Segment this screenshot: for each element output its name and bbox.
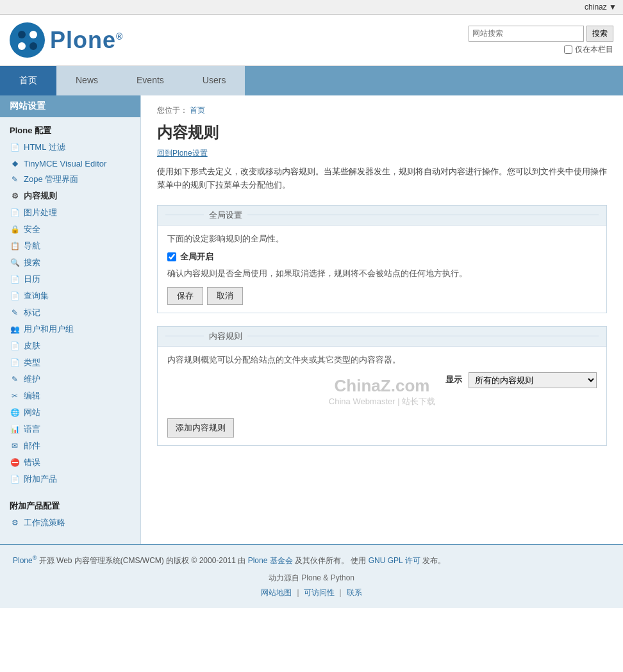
search-input[interactable]: [469, 26, 584, 42]
footer-copyright: Plone® 开源 Web 内容管理系统(CMS/WCM) 的版权 © 2000…: [13, 555, 610, 566]
logo-reg: ®: [116, 31, 123, 42]
workflow-icon: ⚙: [10, 518, 20, 528]
search-area: 搜索 仅在本栏目: [469, 26, 613, 55]
footer-plone-link[interactable]: Plone®: [13, 556, 39, 565]
footer-sep2: ｜: [336, 588, 346, 597]
sidebar-item-users[interactable]: 👥 用户和用户组: [0, 321, 140, 338]
powered-by: 动力源自 Plone & Python: [13, 573, 610, 584]
sidebar-item-search[interactable]: 🔍 搜索: [0, 254, 140, 271]
sidebar-item-label: 工作流策略: [24, 517, 65, 529]
sidebar-item-label: 图片处理: [24, 207, 57, 218]
sidebar-item-label: 编辑: [24, 390, 40, 402]
display-label: 显示: [445, 374, 462, 386]
dot4: [29, 42, 37, 50]
nav-item-users[interactable]: Users: [183, 66, 245, 95]
user-menu[interactable]: chinaz ▼: [585, 3, 617, 12]
nav-item-home[interactable]: 首页: [0, 66, 56, 95]
sidebar-item-calendar[interactable]: 📄 日历: [0, 271, 140, 288]
sidebar-item-label: Zope 管理界面: [24, 174, 78, 185]
sidebar-item-language[interactable]: 📊 语言: [0, 421, 140, 438]
footer-gnu-link[interactable]: GNU GPL 许可: [369, 556, 420, 565]
display-select[interactable]: 所有的内容规则: [469, 372, 597, 388]
footer: Plone® 开源 Web 内容管理系统(CMS/WCM) 的版权 © 2000…: [0, 544, 623, 608]
nav-item-events[interactable]: Events: [117, 66, 183, 95]
sidebar-item-website[interactable]: 🌐 网站: [0, 404, 140, 421]
content-rules-content: 内容规则概览可以分配给站点的文件夹或其它类型的内容容器。 ChinaZ.com …: [158, 347, 606, 445]
plone-logo-icon: [10, 22, 45, 58]
content-area: 您位于： 首页 内容规则 回到Plone设置 使用如下形式去定义，改变或移动内容…: [141, 95, 623, 544]
sidebar-item-security[interactable]: 🔒 安全: [0, 221, 140, 238]
sidebar-item-addons[interactable]: 📄 附加产品: [0, 471, 140, 488]
navigation: 首页 News Events Users: [0, 66, 623, 95]
sidebar-item-maintenance[interactable]: ✎ 维护: [0, 371, 140, 388]
search-only-here-checkbox[interactable]: [564, 45, 572, 54]
add-content-rule-btn[interactable]: 添加内容规则: [167, 418, 234, 438]
tags-icon: ✎: [10, 307, 20, 318]
image-icon: 📄: [10, 208, 20, 218]
sidebar-item-zope[interactable]: ✎ Zope 管理界面: [0, 171, 140, 188]
sidebar-item-workflow[interactable]: ⚙ 工作流策略: [0, 514, 140, 531]
nav-item-news[interactable]: News: [56, 66, 117, 95]
navigation-icon: 📋: [10, 241, 20, 251]
sidebar-item-label: 内容规则: [24, 190, 57, 202]
global-settings-title: 全局设置: [209, 209, 242, 221]
dot3: [18, 42, 26, 50]
sidebar-item-content-rules[interactable]: ⚙ 内容规则: [0, 188, 140, 204]
footer-bottom: 动力源自 Plone & Python 网站地图 ｜ 可访问性 ｜ 联系: [13, 573, 610, 598]
sidebar-item-label: 类型: [24, 357, 40, 368]
sidebar-item-label: 查询集: [24, 290, 49, 302]
global-settings-section: 全局设置 下面的设定影响规则的全局性。 全局开启 确认内容规则是否全局使用，如果…: [157, 205, 607, 313]
sidebar-title: 网站设置: [0, 95, 140, 117]
content-rules-header: 内容规则: [158, 327, 606, 347]
types-icon: 📄: [10, 357, 20, 368]
sidebar-item-label: 标记: [24, 307, 40, 318]
footer-foundation-link[interactable]: Plone 基金会: [248, 556, 293, 565]
logo-dots: [12, 24, 44, 56]
edit-icon: ✂: [10, 391, 20, 401]
sidebar-item-types[interactable]: 📄 类型: [0, 354, 140, 371]
back-to-plone-settings-link[interactable]: 回到Plone设置: [157, 148, 607, 159]
users-icon: 👥: [10, 324, 20, 334]
footer-plone-text: Plone: [13, 556, 33, 565]
mail-icon: ✉: [10, 441, 20, 451]
sidebar-item-image-processing[interactable]: 📄 图片处理: [0, 204, 140, 221]
calendar-icon: 📄: [10, 274, 20, 284]
dot1: [18, 31, 26, 38]
sidebar-item-mail[interactable]: ✉ 邮件: [0, 438, 140, 454]
sidebar-item-label: TinyMCE Visual Editor: [24, 159, 106, 168]
sidebar-item-query-set[interactable]: 📄 查询集: [0, 288, 140, 304]
sidebar-item-label: 搜索: [24, 257, 40, 268]
sidebar-item-error[interactable]: ⛔ 错误: [0, 454, 140, 471]
content-rules-title: 内容规则: [209, 331, 242, 342]
breadcrumb-home[interactable]: 首页: [190, 106, 205, 115]
watermark-container: ChinaZ.com China Webmaster | 站长下载 显示 所有的…: [167, 372, 597, 411]
dropdown-icon: ▼: [609, 3, 617, 12]
sidebar-item-label: 日历: [24, 274, 40, 285]
footer-sep1: ｜: [294, 588, 304, 597]
footer-contact-link: 联系: [347, 588, 362, 597]
cancel-button[interactable]: 取消: [207, 287, 243, 305]
contact-link[interactable]: 联系: [347, 588, 362, 597]
sidebar-item-skin[interactable]: 📄 皮肤: [0, 338, 140, 354]
sidebar-item-html-filter[interactable]: 📄 HTML 过滤: [0, 139, 140, 156]
security-icon: 🔒: [10, 224, 20, 234]
sidebar-section-plone: Plone 配置: [0, 117, 140, 139]
sidebar-item-edit[interactable]: ✂ 编辑: [0, 388, 140, 404]
sidebar-item-label: 用户和用户组: [24, 324, 74, 335]
sidebar-item-label: 皮肤: [24, 340, 40, 352]
search-only-here-label: 仅在本栏目: [575, 44, 613, 55]
content-rules-desc: 内容规则概览可以分配给站点的文件夹或其它类型的内容容器。: [167, 354, 597, 366]
search-button[interactable]: 搜索: [586, 26, 613, 42]
accessibility-link[interactable]: 可访问性: [304, 588, 335, 597]
sitemap-link[interactable]: 网站地图: [261, 588, 292, 597]
global-enable-checkbox[interactable]: [167, 252, 176, 261]
header: Plone® 搜索 仅在本栏目: [0, 15, 623, 66]
save-button[interactable]: 保存: [167, 287, 203, 305]
global-enable-desc: 确认内容规则是否全局使用，如果取消选择，规则将不会被站点的任何地方执行。: [167, 268, 597, 279]
search-icon: 🔍: [10, 258, 20, 268]
sidebar-item-navigation[interactable]: 📋 导航: [0, 238, 140, 254]
dot2: [29, 31, 37, 38]
search-only-here-row: 仅在本栏目: [564, 44, 613, 55]
sidebar-item-tinymce[interactable]: ◆ TinyMCE Visual Editor: [0, 156, 140, 171]
sidebar-item-tags[interactable]: ✎ 标记: [0, 304, 140, 321]
